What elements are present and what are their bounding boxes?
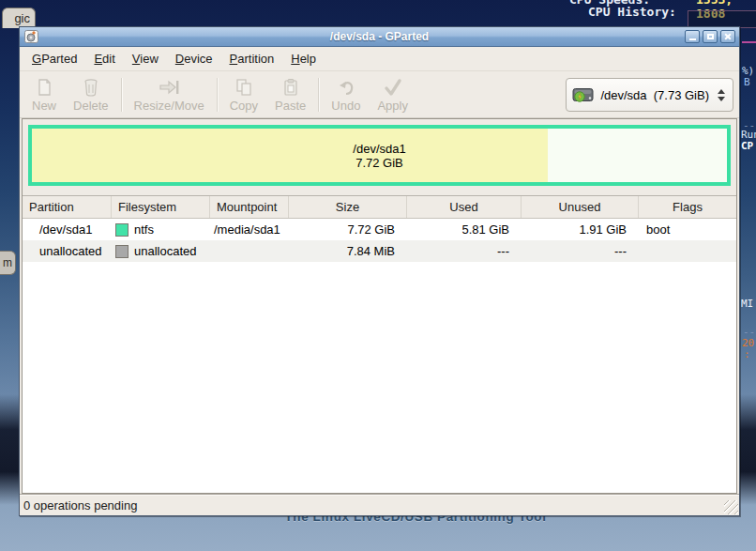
menu-partition[interactable]: Partition: [221, 49, 283, 69]
device-selector-spinner[interactable]: [718, 89, 725, 101]
minimize-icon: [689, 38, 696, 40]
table-row-sda1[interactable]: /dev/sda1 ntfs /media/sda1 7.72 GiB 5.81…: [23, 219, 736, 240]
paste-icon: [280, 77, 301, 98]
partition-bar-name: /dev/sda1: [353, 142, 405, 156]
toolbar: New Delete Resize/Move: [20, 71, 739, 118]
toolbar-separator: [318, 78, 319, 112]
resize-move-button[interactable]: Resize/Move: [126, 75, 213, 114]
maximize-button[interactable]: [703, 30, 718, 43]
conky-fragment: CP: [741, 140, 753, 152]
new-button[interactable]: New: [23, 75, 65, 114]
hard-drive-icon: [572, 86, 595, 103]
cell-used: 5.81 GiB: [407, 219, 522, 240]
conky-fragment: :: [744, 348, 750, 360]
delete-partition-icon: [81, 77, 101, 98]
maximize-icon: [707, 34, 714, 39]
window-controls: [685, 30, 735, 43]
shaded-window-tab-magic[interactable]: gic: [2, 8, 36, 28]
filesystem-label: ntfs: [134, 219, 154, 240]
menu-device[interactable]: Device: [167, 49, 221, 69]
undo-icon: [336, 77, 356, 98]
toolbar-label: Copy: [230, 99, 258, 113]
conky-graph-edge: [742, 41, 756, 43]
cell-flags: boot: [639, 219, 736, 240]
toolbar-label: Undo: [331, 99, 360, 113]
filesystem-color-swatch: [115, 245, 129, 258]
column-header-used[interactable]: Used: [407, 196, 522, 218]
gparted-window: /dev/sda - GParted GParted Edit View Dev…: [19, 26, 740, 516]
window-title: /dev/sda - GParted: [20, 30, 739, 43]
menu-gparted[interactable]: GParted: [23, 49, 85, 69]
table-header: Partition Filesystem Mountpoint Size Use…: [23, 196, 736, 219]
conky-cpu-history-label: CPU History:: [588, 5, 676, 19]
partition-bar-labels: /dev/sda1 7.72 GiB: [32, 129, 727, 182]
partition-bar-size: 7.72 GiB: [355, 156, 403, 170]
toolbar-separator: [217, 78, 218, 112]
spinner-down-icon: [718, 97, 725, 101]
copy-button[interactable]: Copy: [221, 75, 266, 114]
device-selector-value: /dev/sda (7.73 GiB): [600, 88, 709, 102]
menu-help[interactable]: Help: [282, 49, 325, 69]
partition-visual-panel: /dev/sda1 7.72 GiB: [23, 119, 736, 191]
column-header-partition[interactable]: Partition: [23, 196, 112, 218]
filesystem-color-swatch: [115, 223, 129, 237]
desktop: CPU Speeds: 1553, 1808 CPU History: %) B…: [0, 0, 756, 551]
spinner-up-icon: [718, 89, 725, 94]
menubar: GParted Edit View Device Partition Help: [20, 47, 739, 71]
close-button[interactable]: [720, 30, 735, 43]
toolbar-label: Paste: [275, 99, 306, 113]
minimize-button[interactable]: [685, 30, 700, 43]
toolbar-label: Delete: [73, 99, 109, 113]
paste-button[interactable]: Paste: [266, 75, 314, 114]
cell-partition: /dev/sda1: [23, 219, 112, 240]
window-content: /dev/sda1 7.72 GiB Partition Filesystem …: [22, 118, 737, 494]
titlebar[interactable]: /dev/sda - GParted: [20, 27, 739, 47]
delete-button[interactable]: Delete: [65, 75, 117, 114]
partition-table: Partition Filesystem Mountpoint Size Use…: [23, 195, 736, 493]
cell-mountpoint: [210, 240, 289, 262]
partition-visual-sda1[interactable]: /dev/sda1 7.72 GiB: [28, 125, 731, 186]
table-row-unallocated[interactable]: unallocated unallocated 7.84 MiB --- ---: [23, 240, 736, 262]
cell-filesystem: ntfs: [112, 219, 210, 240]
conky-fragment: B: [744, 76, 750, 88]
menu-edit[interactable]: Edit: [85, 49, 123, 69]
column-header-mountpoint[interactable]: Mountpoint: [210, 196, 289, 218]
shaded-window-tab-side[interactable]: m: [0, 251, 16, 275]
toolbar-separator: [121, 78, 122, 112]
menu-view[interactable]: View: [124, 49, 167, 69]
cell-partition: unallocated: [23, 240, 112, 262]
cell-filesystem: unallocated: [112, 240, 210, 262]
cell-size: 7.84 MiB: [289, 240, 407, 262]
column-header-size[interactable]: Size: [289, 196, 407, 218]
apply-icon: [382, 77, 404, 98]
device-selector[interactable]: /dev/sda (7.73 GiB): [566, 78, 733, 112]
column-header-flags[interactable]: Flags: [639, 196, 736, 218]
cell-unused: 1.91 GiB: [522, 219, 639, 240]
cell-flags: [639, 240, 736, 262]
cell-unused: ---: [522, 240, 639, 262]
cell-used: ---: [407, 240, 522, 262]
conky-fragment: MI: [741, 298, 753, 310]
table-empty-area: [23, 262, 736, 493]
toolbar-label: New: [32, 99, 56, 113]
toolbar-label: Resize/Move: [134, 99, 204, 113]
undo-button[interactable]: Undo: [323, 75, 369, 114]
toolbar-label: Apply: [377, 99, 408, 113]
column-header-unused[interactable]: Unused: [522, 196, 639, 218]
resize-move-icon: [158, 77, 180, 98]
statusbar: 0 operations pending: [20, 494, 739, 515]
close-icon: [724, 33, 732, 40]
resize-grip[interactable]: [724, 500, 738, 514]
new-partition-icon: [34, 77, 54, 98]
apply-button[interactable]: Apply: [369, 75, 416, 114]
column-header-filesystem[interactable]: Filesystem: [112, 196, 210, 218]
cell-mountpoint: /media/sda1: [210, 219, 289, 240]
filesystem-label: unallocated: [134, 240, 197, 262]
pending-operations-text: 0 operations pending: [23, 498, 137, 513]
copy-icon: [234, 77, 254, 98]
cell-size: 7.72 GiB: [289, 219, 407, 240]
